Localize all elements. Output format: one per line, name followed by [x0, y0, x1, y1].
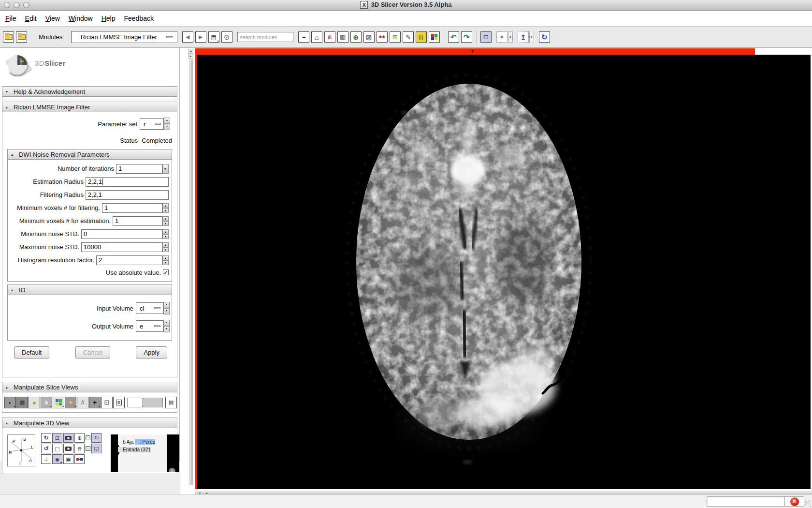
models-module-button[interactable]: ▨: [363, 31, 375, 43]
stereo-checkbox-1[interactable]: [86, 435, 90, 440]
look-from-button[interactable]: ◉▾: [52, 454, 62, 464]
colors-module-button[interactable]: [429, 31, 440, 43]
panel-vertical-scrollbar[interactable]: [189, 60, 193, 485]
histogram-factor-spinner[interactable]: ▴▾: [162, 255, 169, 265]
data-module-button[interactable]: ▦: [337, 31, 348, 43]
navigation-thumbnail[interactable]: b Aja : Perez Entrada (321: [111, 434, 179, 472]
filtering-radius-input[interactable]: 2,2,1: [86, 190, 169, 200]
axes-visibility-button[interactable]: ⊥: [41, 454, 51, 464]
zoom-out-button[interactable]: ⊖: [74, 444, 85, 453]
save-scene-button[interactable]: ↓: [16, 31, 27, 43]
menu-view[interactable]: View: [45, 15, 60, 22]
min-voxels-estimation-input[interactable]: 1: [113, 216, 162, 226]
redo-button[interactable]: ↷: [461, 31, 472, 43]
slice-capture-button[interactable]: ▤: [165, 397, 177, 408]
rotate-view-button[interactable]: ↺: [41, 444, 51, 453]
paint-module-button[interactable]: ✎: [403, 31, 414, 43]
module-history-button[interactable]: ▤▾: [208, 31, 219, 43]
dwi-section-header[interactable]: ▴ DWI Noise Removal Parameters: [7, 149, 172, 160]
stereo-checkbox-2[interactable]: [86, 446, 90, 451]
mouse-mode-button[interactable]: ↥: [518, 31, 529, 43]
find-module-button[interactable]: ●●: [298, 31, 309, 43]
slice-view-canvas[interactable]: [195, 55, 811, 489]
undo-button[interactable]: ↶: [448, 31, 459, 43]
editor-module-button[interactable]: ⊞: [390, 31, 401, 43]
menu-feedback[interactable]: Feedback: [124, 15, 153, 22]
crosshair-button[interactable]: +▾: [65, 397, 76, 408]
compositing-button[interactable]: ▾: [53, 397, 64, 408]
module-section-header[interactable]: ▴ Rician LMMSE Image Filter: [2, 102, 177, 112]
min-voxels-filtering-spinner[interactable]: ▴▾: [162, 203, 169, 213]
output-volume-spinner[interactable]: ▴▾: [163, 320, 170, 332]
module-back-button[interactable]: ◀: [182, 31, 193, 43]
volumes-module-button[interactable]: ⊕: [350, 31, 362, 43]
min-voxels-filtering-input[interactable]: 1: [102, 203, 162, 213]
measurements-module-button[interactable]: |||: [416, 31, 427, 43]
spin-view-button[interactable]: ↻: [41, 433, 51, 443]
snapshot-button[interactable]: [63, 444, 73, 453]
place-fiducial-dropdown[interactable]: ▾: [508, 31, 513, 43]
menu-edit[interactable]: Edit: [25, 15, 37, 22]
layout-button[interactable]: ⊡: [480, 31, 492, 43]
fiducials-module-button[interactable]: ✱✱: [377, 31, 388, 43]
module-forward-button[interactable]: ▶: [195, 31, 206, 43]
input-volume-spinner[interactable]: ▴▾: [163, 302, 170, 314]
view3d-section-header[interactable]: ▴ Manipulate 3D View: [2, 418, 177, 428]
parameter-set-spinner[interactable]: ▴ ▾: [164, 118, 170, 130]
absolute-value-checkbox[interactable]: ✓: [163, 269, 169, 275]
cancel-button[interactable]: Cancel: [75, 346, 110, 359]
menu-file[interactable]: File: [5, 15, 16, 22]
mrml-tree-button[interactable]: ⋔: [324, 31, 335, 43]
viewer-horizontal-scrollbar[interactable]: ▾ ▴: [195, 490, 812, 494]
iterations-input[interactable]: 1: [116, 164, 162, 174]
max-noise-std-spinner[interactable]: ▴▾: [162, 242, 169, 252]
min-noise-std-input[interactable]: 0: [81, 229, 162, 239]
min-noise-std-spinner[interactable]: ▴▾: [162, 229, 169, 239]
expand-panel-button[interactable]: ▸: [188, 54, 193, 59]
estimation-radius-input[interactable]: 2,2,1: [86, 177, 169, 187]
module-settings-button[interactable]: ⊛: [221, 31, 232, 43]
search-modules-input[interactable]: [237, 32, 293, 42]
iterations-menu-button[interactable]: ▸: [162, 164, 169, 174]
panel-splitter[interactable]: ◂ ▸: [180, 48, 195, 494]
place-fiducial-button[interactable]: ✶: [496, 31, 508, 43]
pitch-view-button[interactable]: ◱: [91, 444, 102, 453]
center-view-button[interactable]: ⊡: [52, 433, 62, 443]
zoom-in-button[interactable]: ⊕: [74, 433, 85, 443]
module-selector-dropdown[interactable]: Rician LMMSE Image Filter: [71, 31, 177, 43]
output-volume-dropdown[interactable]: e: [136, 320, 163, 332]
slice-visibility-button[interactable]: ◐▾: [4, 397, 16, 408]
menu-help[interactable]: Help: [102, 15, 116, 22]
label-opacity-button[interactable]: ▩: [16, 397, 28, 408]
compare-b-button[interactable]: B: [113, 397, 125, 408]
max-noise-std-input[interactable]: 10000: [81, 242, 162, 252]
load-scene-button[interactable]: ↑: [3, 31, 14, 43]
home-module-button[interactable]: ⌂: [311, 31, 322, 43]
compare-layout-button[interactable]: ⊡: [101, 397, 113, 408]
slice-opacity-slider[interactable]: [127, 398, 163, 407]
mouse-mode-dropdown[interactable]: ▾: [529, 31, 534, 43]
menu-window[interactable]: Window: [69, 15, 93, 22]
rock-view-button[interactable]: ↻: [91, 433, 102, 443]
collapse-panel-button[interactable]: ◂: [188, 49, 193, 54]
annotation-button[interactable]: A▾: [41, 397, 52, 408]
help-section-header[interactable]: ▾ Help & Acknowledgement: [2, 86, 177, 97]
parameter-set-dropdown[interactable]: r: [140, 118, 164, 130]
foreground-layer-button[interactable]: ●: [29, 397, 40, 408]
orthographic-button[interactable]: ▢: [52, 444, 62, 453]
min-voxels-estimation-spinner[interactable]: ▴▾: [162, 216, 169, 226]
error-log-button[interactable]: ✕: [790, 497, 799, 506]
io-section-header[interactable]: ▴ IO: [7, 284, 172, 295]
slice-spacing-button[interactable]: +▾: [89, 397, 101, 408]
stereo-glasses-button[interactable]: [74, 454, 85, 464]
input-volume-dropdown[interactable]: ci: [136, 302, 163, 314]
default-button[interactable]: Default: [14, 346, 49, 359]
apply-button[interactable]: Apply: [136, 346, 167, 359]
slider-handle[interactable]: [142, 398, 144, 407]
slice-grid-button[interactable]: #: [77, 397, 88, 408]
slice-views-section-header[interactable]: ▴ Manipulate Slice Views: [2, 382, 177, 392]
refresh-button[interactable]: ↻: [539, 31, 550, 43]
resize-grip[interactable]: [804, 500, 812, 508]
navigation-zoom-button[interactable]: ▣: [63, 454, 73, 464]
capture-view-button[interactable]: [63, 433, 73, 443]
